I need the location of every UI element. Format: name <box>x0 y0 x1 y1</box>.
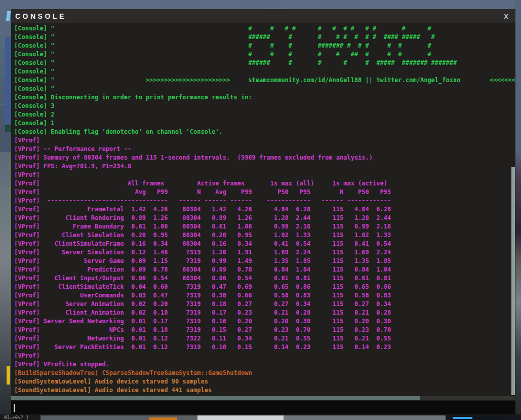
console-line: [VProf] VProfLite stopped. <box>14 360 515 369</box>
console-line: [VProf] --------------------------------… <box>14 197 515 205</box>
console-line: [VProf] ClientSimulateFrame 0.16 0.34 80… <box>14 240 515 248</box>
console-line: [Console] 2 <box>14 110 515 119</box>
console-line: [Console] 1 <box>14 119 515 128</box>
hud-progress-bar <box>453 417 472 419</box>
console-line: [VProf] Frame Boundary 0.61 1.06 80304 0… <box>14 222 515 231</box>
console-line: [VProf] <box>14 171 515 179</box>
console-line: [VProf] Avg P99 N Avg P99 P50 P95 N P50 … <box>14 188 515 197</box>
input-caret <box>14 404 15 412</box>
console-line: [VProf] NPCs 0.01 0.18 7319 0.15 0.27 0.… <box>14 326 515 334</box>
console-line: [Console] " # # # # # # # # # # # # <box>14 24 515 33</box>
window-title: CONSOLE <box>15 12 66 20</box>
command-input[interactable] <box>11 401 515 414</box>
horizontal-scrollbar-thumb[interactable] <box>11 396 420 400</box>
console-line: [VProf] All frames Active frames 1s max … <box>14 179 515 188</box>
console-line: [Console] Enabling flag 'donotecho' on c… <box>14 128 515 136</box>
console-line: [Console] " >>>>>>>>>>>>>>>>>>>>>>> stea… <box>14 76 515 85</box>
console-line: [VProf] Server Send Networking 0.01 0.17… <box>14 317 515 326</box>
console-log[interactable]: [Console] " # # # # # # # # # # # #[Cons… <box>11 23 515 396</box>
console-line: [VProf] FPS: Avg=701.9, P1=234.8 <box>14 162 515 171</box>
console-line: [VProf] Client_Animation 0.02 0.18 7319 … <box>14 309 515 317</box>
console-line: [VProf] Server Animation 0.02 0.20 7319 … <box>14 300 515 309</box>
console-line: [SoundSystemLowLevel] Audio device starv… <box>14 386 515 395</box>
console-line: [VProf] Client Rendering 0.89 1.26 80304… <box>14 214 515 222</box>
console-line: [VProf] UserCommands 0.03 0.47 7319 0.38… <box>14 291 515 300</box>
hud-blurred-text: WI=+0%? ] <box>4 415 29 420</box>
console-line: [VProf] ClientSimulateTick 0.04 0.60 731… <box>14 283 515 291</box>
console-line: [VProf] Prediction 0.09 0.78 80304 0.09 … <box>14 265 515 274</box>
console-line: [Console] " <box>14 85 515 93</box>
background-banner <box>5 37 11 124</box>
console-line: [VProf] Server Simulation 0.12 1.46 7319… <box>14 248 515 257</box>
console-line: [VProf] Server Game 0.09 1.15 7319 0.99 … <box>14 257 515 265</box>
console-line: [Console] " ###### # # # # ##### #######… <box>14 59 515 67</box>
console-window: CONSOLE X [Console] " # # # # # # # # # … <box>11 9 515 415</box>
command-input-row <box>11 401 515 414</box>
console-line: [VProf] Networking 0.01 0.12 7322 0.11 0… <box>14 334 515 343</box>
background-right-scene <box>515 0 521 420</box>
console-line: [VProf] <box>14 352 515 360</box>
horizontal-scrollbar-track[interactable] <box>11 396 515 400</box>
console-line: [SoundSystemLowLevel] Audio device starv… <box>14 377 515 386</box>
background-strip <box>5 125 11 132</box>
console-line: [Console] " # # # # # ## # # # # <box>14 50 515 59</box>
hud-orange-badge <box>149 417 177 420</box>
close-button[interactable]: X <box>502 12 510 21</box>
console-line: [Console] " <box>14 67 515 76</box>
console-line: [Console] 3 <box>14 102 515 110</box>
console-line: [Console] " # # # ####### # # # # # # <box>14 42 515 50</box>
console-titlebar[interactable]: CONSOLE X <box>11 9 515 23</box>
console-line: [VProf] -- Performance report -- <box>14 145 515 154</box>
console-line: [BuildSparseShadowTree] CSparseShadowTre… <box>14 369 515 377</box>
console-line: [Console] " ###### # # # # # # # #### ##… <box>14 33 515 42</box>
console-line: [Console] Disconnecting in order to prin… <box>14 93 515 102</box>
console-line: [VProf] Client Input/Output 0.06 0.54 80… <box>14 274 515 283</box>
console-line: [VProf] FrameTotal 1.42 4.26 80304 1.42 … <box>14 205 515 214</box>
console-line: [VProf] <box>14 136 515 145</box>
vertical-scrollbar[interactable] <box>511 167 515 395</box>
console-line: [VProf] Server PackEntities 0.01 0.12 73… <box>14 343 515 352</box>
hud-marker-yellow <box>7 366 10 385</box>
console-line: [VProf] Client Simulation 0.20 0.95 8030… <box>14 231 515 240</box>
console-line: [VProf] Summary of 80304 frames and 115 … <box>14 154 515 162</box>
